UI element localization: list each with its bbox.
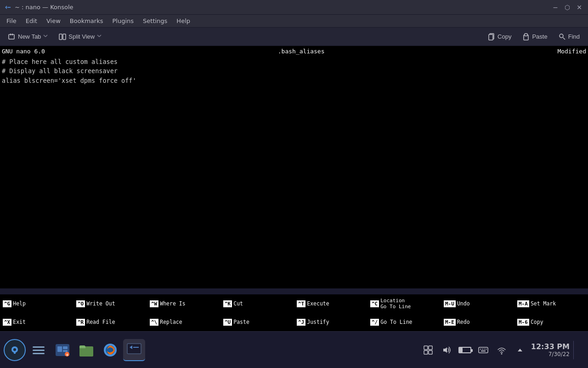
svg-marker-38 bbox=[443, 347, 447, 353]
wifi-icon[interactable] bbox=[494, 343, 509, 357]
shortcut-key-paste: ^U bbox=[223, 319, 232, 326]
copy-button[interactable]: Copy bbox=[483, 31, 516, 42]
editor-area[interactable]: # Place here all custom aliases # Displa… bbox=[0, 56, 588, 86]
battery-icon[interactable] bbox=[458, 343, 472, 357]
desktop-grid-icon[interactable] bbox=[421, 343, 435, 357]
svg-rect-14 bbox=[525, 34, 527, 36]
system-tray-arrow[interactable] bbox=[513, 343, 527, 357]
svg-rect-42 bbox=[484, 349, 485, 350]
shortcut-key-replace: ^\ bbox=[150, 319, 158, 326]
svg-line-6 bbox=[45, 35, 47, 37]
find-label: Find bbox=[568, 33, 580, 40]
shortcut-read-file[interactable]: ^R Read File bbox=[74, 313, 147, 331]
shortcut-label-copy: Copy bbox=[531, 319, 543, 325]
shortcut-help[interactable]: ^G Help bbox=[0, 294, 74, 313]
copy-label: Copy bbox=[498, 33, 511, 40]
float-button[interactable]: ⬡ bbox=[562, 2, 572, 12]
split-view-dropdown-icon bbox=[97, 34, 102, 39]
volume-icon[interactable] bbox=[439, 343, 454, 357]
shortcut-set-mark[interactable]: M-A Set Mark bbox=[514, 294, 588, 313]
new-tab-button[interactable]: New Tab bbox=[4, 31, 52, 42]
svg-rect-44 bbox=[481, 351, 486, 351]
show-desktop-button[interactable] bbox=[573, 341, 584, 359]
shortcut-exit[interactable]: ^X Exit bbox=[0, 313, 74, 331]
svg-rect-39 bbox=[479, 347, 488, 353]
shortcut-label-help: Help bbox=[13, 300, 26, 307]
files-icon[interactable] bbox=[75, 339, 97, 361]
editor-empty-space[interactable] bbox=[0, 86, 588, 288]
shortcut-execute[interactable]: ^T Execute bbox=[294, 294, 368, 313]
split-view-label: Split View bbox=[68, 33, 95, 40]
clock-area[interactable]: 12:33 PM 7/30/22 bbox=[531, 342, 570, 357]
terminal-taskbar-icon[interactable] bbox=[123, 339, 145, 361]
close-button[interactable]: ✕ bbox=[574, 2, 584, 12]
paste-label: Paste bbox=[532, 33, 547, 40]
nano-version: GNU nano 6.0 bbox=[2, 48, 45, 55]
menu-bookmarks[interactable]: Bookmarks bbox=[65, 16, 108, 26]
menu-help[interactable]: Help bbox=[172, 16, 195, 26]
svg-rect-35 bbox=[429, 346, 432, 350]
shortcut-redo[interactable]: M-E Redo bbox=[441, 313, 514, 331]
shortcut-label-cut: Cut bbox=[233, 300, 243, 307]
shortcut-key-copy: M-6 bbox=[517, 319, 529, 326]
shortcut-key-justify: ^J bbox=[297, 319, 305, 326]
keyboard-icon[interactable] bbox=[476, 343, 491, 357]
svg-marker-46 bbox=[518, 349, 522, 351]
shortcut-label-where-is: Where Is bbox=[160, 300, 185, 307]
clock-date: 7/30/22 bbox=[531, 351, 570, 357]
menu-edit[interactable]: Edit bbox=[21, 16, 42, 26]
menu-bar: File Edit View Bookmarks Plugins Setting… bbox=[0, 15, 588, 28]
shortcut-key-go-to-line: ^/ bbox=[370, 319, 379, 326]
toolbar: New Tab Split View Copy bbox=[0, 28, 588, 46]
shortcut-key-help: ^G bbox=[3, 300, 11, 307]
window-title: ~ : nano — Konsole bbox=[15, 4, 74, 11]
taskbar: + bbox=[0, 331, 588, 368]
svg-line-9 bbox=[97, 35, 99, 37]
svg-rect-24 bbox=[63, 346, 68, 349]
shortcut-location[interactable]: ^C LocationGo To Line bbox=[368, 294, 441, 313]
shortcut-paste[interactable]: ^U Paste bbox=[220, 313, 294, 331]
nano-status-bar: GNU nano 6.0 .bash_aliases Modified bbox=[0, 46, 588, 56]
editor-line-3: # Display all black screensaver bbox=[2, 66, 586, 75]
svg-text:+: + bbox=[66, 353, 69, 357]
menu-settings[interactable]: Settings bbox=[138, 16, 172, 26]
taskmanager-icon[interactable] bbox=[28, 339, 50, 361]
shortcut-undo[interactable]: M-U Undo bbox=[441, 294, 514, 313]
editor-line-1: # Place here all custom aliases bbox=[2, 57, 586, 66]
minimize-button[interactable]: − bbox=[550, 2, 560, 12]
shortcut-key-location: ^C bbox=[370, 300, 379, 307]
paste-button[interactable]: Paste bbox=[518, 31, 552, 42]
shortcut-label-paste: Paste bbox=[233, 319, 249, 325]
shortcut-write-out[interactable]: ^O Write Out bbox=[74, 294, 147, 313]
svg-rect-21 bbox=[33, 353, 45, 354]
terminal-title-icon bbox=[4, 3, 12, 12]
steam-button[interactable] bbox=[4, 339, 26, 361]
svg-rect-43 bbox=[486, 349, 486, 350]
find-button[interactable]: Find bbox=[554, 31, 584, 42]
new-tab-label: New Tab bbox=[18, 33, 41, 40]
firefox-icon[interactable] bbox=[99, 339, 121, 361]
shortcut-replace[interactable]: ^\ Replace bbox=[147, 313, 220, 331]
taskbar-right: 12:33 PM 7/30/22 bbox=[421, 341, 584, 359]
shortcut-label-justify: Justify bbox=[307, 319, 329, 325]
shortcut-go-to-line[interactable]: ^/ Go To Line bbox=[368, 313, 441, 331]
shortcut-where-is[interactable]: ^W Where Is bbox=[147, 294, 220, 313]
svg-marker-0 bbox=[5, 6, 7, 9]
menu-file[interactable]: File bbox=[2, 16, 21, 26]
shortcut-copy[interactable]: M-6 Copy bbox=[514, 313, 588, 331]
shortcut-key-execute: ^T bbox=[297, 300, 305, 307]
svg-rect-36 bbox=[424, 351, 428, 354]
discover-icon[interactable]: + bbox=[51, 339, 74, 361]
svg-rect-23 bbox=[57, 346, 62, 352]
editor-line-4: alias blscreen='xset dpms force off' bbox=[2, 76, 586, 85]
svg-rect-2 bbox=[9, 34, 14, 39]
shortcut-label-read-file: Read File bbox=[86, 319, 115, 325]
menu-plugins[interactable]: Plugins bbox=[107, 16, 138, 26]
split-view-button[interactable]: Split View bbox=[54, 31, 106, 42]
shortcut-label-execute: Execute bbox=[307, 300, 329, 307]
svg-rect-7 bbox=[59, 34, 62, 40]
menu-view[interactable]: View bbox=[42, 16, 65, 26]
shortcut-justify[interactable]: ^J Justify bbox=[294, 313, 368, 331]
svg-rect-31 bbox=[127, 344, 141, 354]
shortcut-cut[interactable]: ^K Cut bbox=[220, 294, 294, 313]
